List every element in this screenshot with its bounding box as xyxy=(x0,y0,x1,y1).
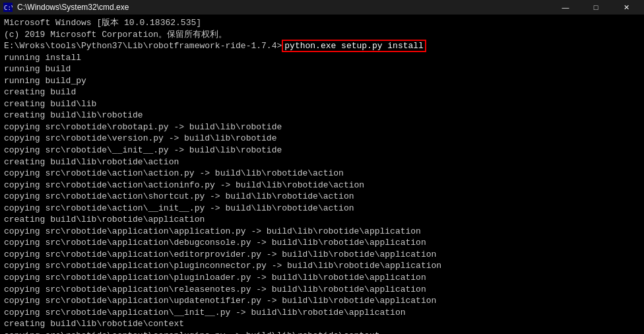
terminal-line: copying src\robotide\application\editorp… xyxy=(4,249,640,261)
terminal-line: copying src\robotide\__init__.py -> buil… xyxy=(4,145,640,156)
svg-text:C:\: C:\ xyxy=(4,5,13,11)
terminal-line: copying src\robotide\action\shortcut.py … xyxy=(4,191,640,203)
terminal-line: copying src\robotide\action\action.py ->… xyxy=(4,168,640,180)
maximize-button[interactable]: □ xyxy=(581,0,611,15)
cmd-icon: C:\ xyxy=(3,2,13,13)
terminal-line: copying src\robotide\application\applica… xyxy=(4,226,640,238)
terminal-line: copying src\robotide\robotapi.py -> buil… xyxy=(4,121,640,133)
terminal-line: creating build\lib\robotide\application xyxy=(4,214,640,226)
terminal-line: copying src\robotide\application\debugco… xyxy=(4,237,640,249)
terminal-line: running install xyxy=(4,52,640,64)
terminal-line: creating build\lib\robotide\context xyxy=(4,318,640,330)
terminal-line: copying src\robotide\application\release… xyxy=(4,284,640,296)
terminal-line: E:\Wroks\tools\Python37\Lib\robotframewo… xyxy=(4,40,640,52)
terminal-line: Microsoft Windows [版本 10.0.18362.535] xyxy=(4,17,640,29)
terminal-content: Microsoft Windows [版本 10.0.18362.535](c)… xyxy=(0,15,644,334)
terminal-line: (c) 2019 Microsoft Corporation。保留所有权利。 xyxy=(4,29,640,41)
terminal-line: copying src\robotide\version.py -> build… xyxy=(4,133,640,145)
terminal-line: creating build xyxy=(4,86,640,98)
terminal-line: copying src\robotide\application\pluginl… xyxy=(4,272,640,284)
close-button[interactable]: ✕ xyxy=(611,0,641,15)
terminal-line: creating build\lib xyxy=(4,98,640,110)
command-highlight: python.exe setup.py install xyxy=(282,40,426,52)
terminal-line: copying src\robotide\action\__init__.py … xyxy=(4,203,640,215)
titlebar-left: C:\ C:\Windows\System32\cmd.exe xyxy=(3,2,129,13)
terminal-line: copying src\robotide\context\coreplugins… xyxy=(4,330,640,334)
minimize-button[interactable]: — xyxy=(550,0,581,15)
titlebar: C:\ C:\Windows\System32\cmd.exe — □ ✕ xyxy=(0,0,644,15)
terminal-line: running build xyxy=(4,63,640,75)
terminal-line: running build_py xyxy=(4,75,640,87)
terminal-line: copying src\robotide\action\actioninfo.p… xyxy=(4,180,640,191)
terminal-line: creating build\lib\robotide xyxy=(4,110,640,121)
titlebar-title: C:\Windows\System32\cmd.exe xyxy=(17,3,129,12)
terminal-line: copying src\robotide\application\__init_… xyxy=(4,307,640,319)
terminal-line: creating build\lib\robotide\action xyxy=(4,156,640,168)
terminal-line: copying src\robotide\application\updaten… xyxy=(4,295,640,307)
terminal-line: copying src\robotide\application\pluginc… xyxy=(4,260,640,272)
titlebar-controls: — □ ✕ xyxy=(550,0,641,15)
